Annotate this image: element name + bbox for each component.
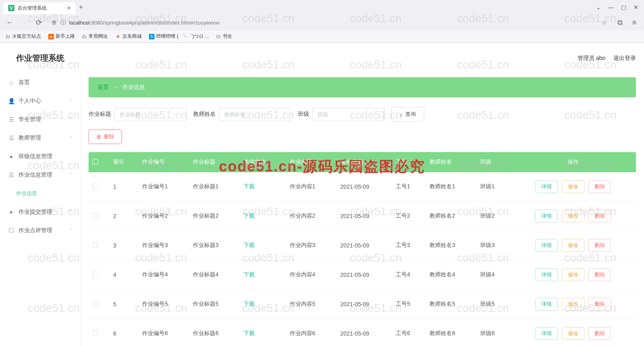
cell-index: 1 — [109, 172, 138, 202]
table-row: 5作业编号5作业标题5下载作业内容52021-05-09工号5教师姓名5班级5详… — [89, 290, 636, 319]
sidebar-item[interactable]: 🖵作业点评管理˅ — [0, 221, 80, 240]
search-teacher-input[interactable] — [219, 108, 291, 121]
bookmark-item[interactable]: 🗀书生 — [216, 33, 232, 40]
maximize-icon[interactable]: ▢ — [621, 4, 626, 10]
sidebar-item[interactable]: ➤作业提交管理˅ — [0, 203, 80, 221]
cell-nr: 作业内容1 — [286, 172, 336, 202]
forward-icon[interactable]: → — [19, 19, 29, 27]
download-link[interactable]: 下载 — [244, 301, 255, 307]
url-bar[interactable]: ⛨ ⓘ localhost:8080/springboot4prsj/admin… — [48, 19, 610, 26]
bookmark-item[interactable]: 🗀常用网址 — [82, 33, 108, 40]
edit-button[interactable]: 修改 — [562, 239, 584, 252]
row-checkbox[interactable] — [93, 242, 98, 248]
row-checkbox[interactable] — [93, 272, 98, 277]
detail-button[interactable]: 详情 — [535, 180, 558, 193]
bookmark-star-icon[interactable]: ☆ — [602, 19, 607, 26]
breadcrumb-current: 作业信息 — [122, 84, 145, 90]
edit-button[interactable]: 修改 — [562, 210, 584, 222]
sidebar-item[interactable]: ☰作业信息管理˄ — [0, 166, 80, 184]
browser-tab[interactable]: V 后台管理系统 ✕ — [3, 2, 76, 14]
cell-index: 5 — [109, 290, 138, 319]
sidebar-item[interactable]: ☰学生管理˅ — [0, 110, 80, 129]
cell-gh: 工号2 — [392, 202, 425, 231]
sidebar: ⌂首页👤个人中心˅☰学生管理˅☰教师管理˅●班级信息管理☰作业信息管理˄作业信息… — [0, 69, 80, 346]
sidebar-item[interactable]: ●班级信息管理 — [0, 147, 80, 166]
minimize-icon[interactable]: — — [608, 4, 614, 10]
delete-button[interactable]: 🗑 删除 — [89, 130, 122, 144]
download-link[interactable]: 下载 — [244, 183, 255, 189]
bookmark-item[interactable]: ⊕京东商城 — [115, 33, 142, 40]
cell-nr: 作业内容5 — [286, 290, 336, 319]
sidebar-item-label: 作业信息管理 — [19, 171, 52, 179]
row-delete-button[interactable]: 删除 — [588, 327, 611, 340]
lock-icon[interactable]: ⓘ — [60, 19, 66, 26]
checkbox-all[interactable] — [93, 159, 98, 165]
search-class-input[interactable] — [312, 108, 385, 121]
row-delete-button[interactable]: 删除 — [588, 180, 611, 193]
detail-button[interactable]: 详情 — [535, 239, 558, 252]
detail-button[interactable]: 详情 — [535, 210, 558, 222]
sidebar-item[interactable]: ⌂首页 — [0, 73, 80, 92]
row-checkbox[interactable] — [93, 183, 98, 189]
menu-icon[interactable]: ≡ — [630, 19, 639, 27]
search-class-label: 班级 — [298, 111, 309, 118]
row-delete-button[interactable]: 删除 — [588, 210, 611, 222]
search-title-input[interactable] — [114, 108, 187, 121]
extensions-icon[interactable]: ⧉ — [615, 19, 625, 27]
edit-button[interactable]: 修改 — [562, 327, 584, 340]
detail-button[interactable]: 详情 — [535, 327, 558, 340]
cell-nr: 作业内容4 — [286, 260, 336, 290]
bookmark-item[interactable]: b哔哩哔哩 ( ゜- ゜)つロ ... — [149, 33, 209, 40]
tab-close-icon[interactable]: ✕ — [67, 5, 71, 11]
table-header: 操作 — [510, 152, 636, 172]
download-link[interactable]: 下载 — [244, 242, 255, 248]
reload-icon[interactable]: ⟳ — [34, 18, 43, 27]
cell-bh: 作业编号1 — [138, 172, 189, 202]
main-content: 首页 → 作业信息 作业标题 教师姓名 班级 ⌕ 查询 🗑 — [80, 69, 644, 346]
cell-js: 教师姓名5 — [425, 290, 476, 319]
detail-button[interactable]: 详情 — [535, 268, 558, 281]
nav-bar: ← → ⟳ ⛨ ⓘ localhost:8080/springboot4prsj… — [0, 14, 644, 31]
bookmark-item[interactable]: ●新手上路 — [48, 33, 75, 40]
folder-icon: 🗀 — [216, 34, 221, 39]
edit-button[interactable]: 修改 — [562, 180, 584, 193]
row-delete-button[interactable]: 删除 — [588, 239, 611, 252]
edit-button[interactable]: 修改 — [562, 268, 584, 281]
cell-bh: 作业编号4 — [138, 260, 189, 290]
back-icon[interactable]: ← — [5, 19, 14, 27]
cell-bt: 作业标题6 — [189, 319, 239, 346]
breadcrumb-home[interactable]: 首页 — [97, 84, 109, 90]
download-link[interactable]: 下载 — [244, 330, 255, 336]
cell-nr: 作业内容6 — [286, 319, 336, 346]
download-link[interactable]: 下载 — [244, 271, 255, 278]
vue-icon: V — [8, 5, 14, 11]
edit-button[interactable]: 修改 — [562, 298, 584, 311]
sidebar-item[interactable]: ☰教师管理˅ — [0, 129, 80, 147]
trash-icon: 🗑 — [96, 134, 101, 140]
query-button[interactable]: ⌕ 查询 — [391, 107, 424, 122]
row-checkbox[interactable] — [93, 213, 98, 218]
search-icon: ⌕ — [400, 111, 403, 117]
table-header: 班级 — [476, 152, 510, 172]
close-window-icon[interactable]: ✕ — [634, 4, 638, 10]
row-delete-button[interactable]: 删除 — [588, 298, 611, 311]
row-checkbox[interactable] — [93, 330, 98, 336]
dropdown-icon[interactable]: ⌄ — [596, 4, 601, 10]
new-tab-icon[interactable]: + — [79, 3, 83, 12]
logout-link[interactable]: 退出登录 — [613, 55, 636, 62]
cell-bt: 作业标题3 — [189, 231, 239, 260]
user-label[interactable]: 管理员 abo — [578, 55, 605, 62]
table-row: 2作业编号2作业标题2下载作业内容22021-05-09工号2教师姓名2班级2详… — [89, 202, 636, 231]
sidebar-item-label: 首页 — [19, 79, 30, 86]
search-teacher-label: 教师姓名 — [193, 111, 216, 118]
row-checkbox[interactable] — [93, 301, 98, 307]
detail-button[interactable]: 详情 — [535, 298, 558, 311]
sidebar-item[interactable]: 👤个人中心˅ — [0, 92, 80, 110]
shield-icon[interactable]: ⛨ — [52, 19, 57, 26]
download-link[interactable]: 下载 — [244, 212, 255, 219]
cell-bj: 班级1 — [476, 172, 510, 202]
bookmark-item[interactable]: 🗀火狐官方站点 — [6, 33, 41, 40]
row-delete-button[interactable]: 删除 — [588, 268, 611, 281]
table-header: 工号 — [392, 152, 425, 172]
sidebar-sub-item[interactable]: 作业信息 — [0, 184, 80, 203]
